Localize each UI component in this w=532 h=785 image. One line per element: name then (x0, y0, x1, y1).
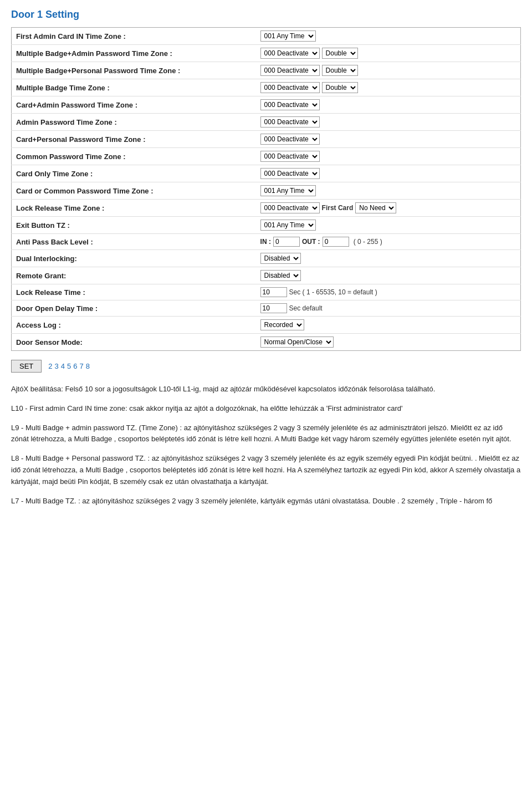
range-note: ( 0 - 255 ) (354, 238, 382, 246)
setting-row-admin-pw-tz: Admin Password Time Zone :000 Deactivate (12, 114, 521, 131)
select-card-personal-pw[interactable]: 000 Deactivate (260, 134, 320, 145)
select-multi-badge-personal-pw[interactable]: Double (322, 65, 358, 76)
select-exit-button-tz[interactable]: 001 Any Time (260, 220, 316, 231)
label-dual-interlocking: Dual Interlocking: (12, 250, 256, 267)
control-lock-release-tz: 000 DeactivateFirst CardNo Need (256, 200, 521, 217)
setting-row-card-personal-pw: Card+Personal Password Time Zone :000 De… (12, 131, 521, 148)
description-block: AjtóX beállítása: Felső 10 sor a jogosul… (11, 384, 521, 507)
setting-row-remote-grant: Remote Grant:Disabled (12, 267, 521, 284)
control-multi-badge-admin-pw: 000 DeactivateDouble (256, 45, 521, 62)
page-link-8[interactable]: 8 (86, 362, 90, 370)
page-link-6[interactable]: 6 (73, 362, 77, 370)
control-dual-interlocking: Disabled (256, 250, 521, 267)
setting-row-exit-button-tz: Exit Button TZ :001 Any Time (12, 217, 521, 234)
select-card-only-tz[interactable]: 000 Deactivate (260, 168, 320, 179)
setting-row-multi-badge-tz: Multiple Badge Time Zone :000 Deactivate… (12, 79, 521, 96)
sec-note-lock-release-time: Sec ( 1 - 65535, 10 = default ) (289, 288, 377, 296)
control-door-open-delay: Sec default (256, 300, 521, 317)
label-multi-badge-personal-pw: Multiple Badge+Personal Password Time Zo… (12, 62, 256, 79)
page-link-2[interactable]: 2 (48, 362, 52, 370)
select-access-log[interactable]: Recorded (260, 319, 304, 330)
label-card-admin-pw: Card+Admin Password Time Zone : (12, 96, 256, 114)
label-door-open-delay: Door Open Delay Time : (12, 300, 256, 317)
input-anti-pass-back-out[interactable] (323, 237, 349, 247)
page-link-7[interactable]: 7 (79, 362, 83, 370)
setting-row-card-admin-pw: Card+Admin Password Time Zone :000 Deact… (12, 96, 521, 114)
desc-l7: L7 - Multi Badge TZ. : az ajtónyitáshoz … (11, 496, 521, 507)
settings-table: First Admin Card IN Time Zone :001 Any T… (11, 27, 521, 351)
setting-row-dual-interlocking: Dual Interlocking:Disabled (12, 250, 521, 267)
select-multi-badge-tz[interactable]: Double (322, 82, 358, 93)
text-input-door-open-delay[interactable] (260, 303, 287, 313)
input-label: OUT : (302, 238, 320, 246)
desc-l8: L8 - Multi Badge + Personal password TZ.… (11, 453, 521, 487)
set-bar: SET 2345678 (11, 360, 521, 373)
desc-l9: L9 - Multi Badge + admin password TZ. (T… (11, 422, 521, 446)
label-multi-badge-tz: Multiple Badge Time Zone : (12, 79, 256, 96)
control-multi-badge-tz: 000 DeactivateDouble (256, 79, 521, 96)
select-multi-badge-tz[interactable]: 000 Deactivate (260, 82, 320, 93)
setting-row-common-pw-tz: Common Password Time Zone :000 Deactivat… (12, 148, 521, 165)
select-first-admin-card[interactable]: 001 Any Time (260, 30, 316, 42)
setting-row-card-only-tz: Card Only Time Zone :000 Deactivate (12, 165, 521, 182)
label-exit-button-tz: Exit Button TZ : (12, 217, 256, 234)
page-link-5[interactable]: 5 (67, 362, 71, 370)
control-common-pw-tz: 000 Deactivate (256, 148, 521, 165)
setting-row-anti-pass-back: Anti Pass Back Level :IN :OUT :( 0 - 255… (12, 234, 521, 250)
label-anti-pass-back: Anti Pass Back Level : (12, 234, 256, 250)
select-dual-interlocking[interactable]: Disabled (260, 253, 301, 264)
control-card-common-pw-tz: 001 Any Time (256, 182, 521, 200)
label-admin-pw-tz: Admin Password Time Zone : (12, 114, 256, 131)
setting-row-door-sensor-mode: Door Sensor Mode:Normal Open/Close (12, 334, 521, 351)
page-link-3[interactable]: 3 (55, 362, 59, 370)
input-anti-pass-back-in[interactable] (273, 237, 300, 247)
control-card-only-tz: 000 Deactivate (256, 165, 521, 182)
setting-row-lock-release-time: Lock Release Time :Sec ( 1 - 65535, 10 =… (12, 284, 521, 300)
label-common-pw-tz: Common Password Time Zone : (12, 148, 256, 165)
select-lock-release-tz[interactable]: 000 Deactivate (260, 202, 320, 213)
control-multi-badge-personal-pw: 000 DeactivateDouble (256, 62, 521, 79)
control-exit-button-tz: 001 Any Time (256, 217, 521, 234)
select-card-admin-pw[interactable]: 000 Deactivate (260, 99, 320, 110)
control-first-admin-card: 001 Any Time (256, 28, 521, 45)
label-card-personal-pw: Card+Personal Password Time Zone : (12, 131, 256, 148)
select-common-pw-tz[interactable]: 000 Deactivate (260, 151, 320, 162)
control-card-personal-pw: 000 Deactivate (256, 131, 521, 148)
inline-label-lock-release-tz: First Card (322, 204, 354, 212)
setting-row-multi-badge-admin-pw: Multiple Badge+Admin Password Time Zone … (12, 45, 521, 62)
control-door-sensor-mode: Normal Open/Close (256, 334, 521, 351)
label-door-sensor-mode: Door Sensor Mode: (12, 334, 256, 351)
control-anti-pass-back: IN :OUT :( 0 - 255 ) (256, 234, 521, 250)
setting-row-door-open-delay: Door Open Delay Time :Sec default (12, 300, 521, 317)
label-lock-release-tz: Lock Release Time Zone : (12, 200, 256, 217)
label-lock-release-time: Lock Release Time : (12, 284, 256, 300)
select-multi-badge-admin-pw[interactable]: 000 Deactivate (260, 48, 320, 59)
control-access-log: Recorded (256, 317, 521, 334)
setting-row-first-admin-card: First Admin Card IN Time Zone :001 Any T… (12, 28, 521, 45)
desc-l10: L10 - First admin Card IN time zone: csa… (11, 403, 521, 415)
set-button[interactable]: SET (11, 360, 42, 373)
page-title: Door 1 Setting (11, 9, 521, 21)
label-multi-badge-admin-pw: Multiple Badge+Admin Password Time Zone … (12, 45, 256, 62)
setting-row-lock-release-tz: Lock Release Time Zone :000 DeactivateFi… (12, 200, 521, 217)
input-label: IN : (260, 238, 271, 246)
label-access-log: Access Log : (12, 317, 256, 334)
select-admin-pw-tz[interactable]: 000 Deactivate (260, 116, 320, 128)
control-lock-release-time: Sec ( 1 - 65535, 10 = default ) (256, 284, 521, 300)
setting-row-access-log: Access Log :Recorded (12, 317, 521, 334)
setting-row-multi-badge-personal-pw: Multiple Badge+Personal Password Time Zo… (12, 62, 521, 79)
setting-row-card-common-pw-tz: Card or Common Password Time Zone :001 A… (12, 182, 521, 200)
label-card-common-pw-tz: Card or Common Password Time Zone : (12, 182, 256, 200)
select-card-common-pw-tz[interactable]: 001 Any Time (260, 185, 316, 196)
control-remote-grant: Disabled (256, 267, 521, 284)
page-link-4[interactable]: 4 (61, 362, 65, 370)
page-links: 2345678 (48, 362, 90, 370)
select-multi-badge-personal-pw[interactable]: 000 Deactivate (260, 65, 320, 76)
control-card-admin-pw: 000 Deactivate (256, 96, 521, 114)
select-door-sensor-mode[interactable]: Normal Open/Close (260, 337, 334, 348)
select-remote-grant[interactable]: Disabled (260, 270, 301, 281)
control-admin-pw-tz: 000 Deactivate (256, 114, 521, 131)
select-multi-badge-admin-pw[interactable]: Double (322, 48, 358, 59)
select-lock-release-tz[interactable]: No Need (355, 202, 396, 213)
text-input-lock-release-time[interactable] (260, 287, 287, 297)
